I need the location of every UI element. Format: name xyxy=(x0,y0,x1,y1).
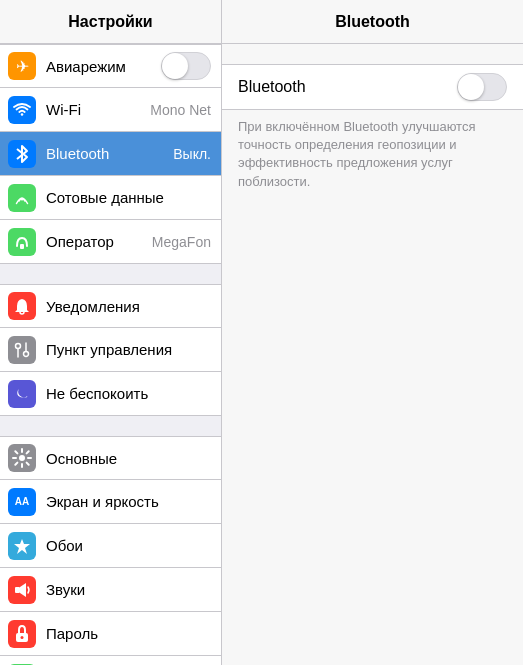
sidebar-item-controlcenter[interactable]: Пункт управления xyxy=(0,328,221,372)
controlcenter-label: Пункт управления xyxy=(46,341,211,358)
svg-marker-7 xyxy=(14,539,30,554)
sidebar-item-display[interactable]: AAЭкран и яркость xyxy=(0,480,221,524)
airplane-toggle[interactable] xyxy=(161,52,211,80)
wifi-value: Mono Net xyxy=(150,102,211,118)
sidebar-item-carrier[interactable]: ОператорMegaFon xyxy=(0,220,221,264)
bluetooth-label: Bluetooth xyxy=(46,145,173,162)
sidebar: ✈Авиарежим Wi-FiMono Net BluetoothВыкл. … xyxy=(0,44,222,665)
bluetooth-row: Bluetooth xyxy=(222,65,523,109)
bluetooth-toggle[interactable] xyxy=(457,73,507,101)
header-left: Настройки xyxy=(0,0,222,43)
wifi-label: Wi-Fi xyxy=(46,101,150,118)
controlcenter-icon xyxy=(8,336,36,364)
svg-rect-8 xyxy=(15,587,20,593)
wallpaper-label: Обои xyxy=(46,537,211,554)
display-label: Экран и яркость xyxy=(46,493,211,510)
divider-0 xyxy=(0,264,221,284)
carrier-value: MegaFon xyxy=(152,234,211,250)
wifi-icon xyxy=(8,96,36,124)
wallpaper-icon xyxy=(8,532,36,560)
sidebar-item-password[interactable]: Пароль xyxy=(0,612,221,656)
main-panel: Bluetooth При включённом Bluetooth улучш… xyxy=(222,44,523,665)
sidebar-item-donotdisturb[interactable]: Не беспокоить xyxy=(0,372,221,416)
settings-title: Настройки xyxy=(68,13,152,31)
donotdisturb-label: Не беспокоить xyxy=(46,385,211,402)
bluetooth-icon xyxy=(8,140,36,168)
donotdisturb-icon xyxy=(8,380,36,408)
sidebar-item-general[interactable]: Основные xyxy=(0,436,221,480)
sounds-icon xyxy=(8,576,36,604)
sidebar-item-cellular[interactable]: Сотовые данные xyxy=(0,176,221,220)
sidebar-item-battery[interactable]: Аккумулятор xyxy=(0,656,221,665)
sidebar-item-airplane[interactable]: ✈Авиарежим xyxy=(0,44,221,88)
settings-group-1: Уведомления Пункт управления Не беспокои… xyxy=(0,284,221,416)
content-area: ✈Авиарежим Wi-FiMono Net BluetoothВыкл. … xyxy=(0,44,523,665)
sidebar-item-sounds[interactable]: Звуки xyxy=(0,568,221,612)
notifications-label: Уведомления xyxy=(46,298,211,315)
bluetooth-label: Bluetooth xyxy=(238,78,457,96)
display-icon: AA xyxy=(8,488,36,516)
svg-point-10 xyxy=(21,636,24,639)
general-icon xyxy=(8,444,36,472)
sidebar-item-wallpaper[interactable]: Обои xyxy=(0,524,221,568)
airplane-label: Авиарежим xyxy=(46,58,161,75)
cellular-label: Сотовые данные xyxy=(46,189,211,206)
password-label: Пароль xyxy=(46,625,211,642)
airplane-icon: ✈ xyxy=(8,52,36,80)
sounds-label: Звуки xyxy=(46,581,211,598)
password-icon xyxy=(8,620,36,648)
svg-point-6 xyxy=(19,455,25,461)
sidebar-item-wifi[interactable]: Wi-FiMono Net xyxy=(0,88,221,132)
general-label: Основные xyxy=(46,450,211,467)
svg-point-4 xyxy=(24,351,29,356)
bluetooth-value: Выкл. xyxy=(173,146,211,162)
cellular-icon xyxy=(8,184,36,212)
sidebar-item-notifications[interactable]: Уведомления xyxy=(0,284,221,328)
settings-group-2: ОсновныеAAЭкран и яркость Обои Звуки Пар… xyxy=(0,436,221,665)
carrier-label: Оператор xyxy=(46,233,152,250)
bluetooth-title: Bluetooth xyxy=(335,13,410,31)
bluetooth-description: При включённом Bluetooth улучшаются точн… xyxy=(222,110,523,203)
sidebar-item-bluetooth[interactable]: BluetoothВыкл. xyxy=(0,132,221,176)
header: Настройки Bluetooth xyxy=(0,0,523,44)
bluetooth-section: Bluetooth xyxy=(222,64,523,110)
divider-1 xyxy=(0,416,221,436)
notifications-icon xyxy=(8,292,36,320)
carrier-icon xyxy=(8,228,36,256)
svg-rect-1 xyxy=(20,244,24,249)
svg-point-2 xyxy=(16,343,21,348)
header-right: Bluetooth xyxy=(222,0,523,43)
settings-group-0: ✈Авиарежим Wi-FiMono Net BluetoothВыкл. … xyxy=(0,44,221,264)
